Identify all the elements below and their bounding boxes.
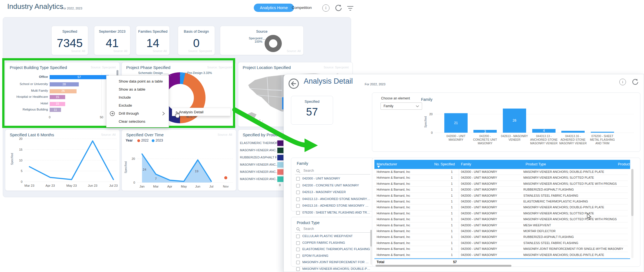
detail-table-card: ManufacturerNo. SpecifiedFamilyProduct T… xyxy=(372,158,640,267)
table-row[interactable]: Hohmann & Barnard, Inc1042000 - UNIT MAS… xyxy=(374,181,628,187)
bar-category-label[interactable]: MASONRY-VENEER ANC... xyxy=(240,163,276,166)
menu-item-include[interactable]: Include xyxy=(107,93,169,101)
filter-icon[interactable] xyxy=(347,6,353,11)
filter-item[interactable]: 044313.16 - ADHERED STONE MASONRY VENEER xyxy=(296,203,371,209)
menu-item-clear-selections[interactable]: Clear selections xyxy=(107,117,169,125)
table-header-product[interactable]: Product xyxy=(618,160,630,169)
table-row[interactable]: Hohmann & Barnard, Inc1042000 - UNIT MAS… xyxy=(374,175,628,181)
svg-text:MASONRY VENEER: MASONRY VENEER xyxy=(559,142,587,145)
bar-category-label[interactable]: MASONRY-VENEER ANC... xyxy=(240,177,276,181)
checkbox[interactable] xyxy=(296,177,300,181)
family-bar-svg: 02021042000 - UNITMASONRY3042200 -CONCRE… xyxy=(372,93,641,152)
checkbox[interactable] xyxy=(296,241,300,245)
bar-category-label[interactable]: Multi Family xyxy=(8,89,48,92)
cell-manufacturer: Hohmann & Barnard, Inc xyxy=(377,217,410,221)
checkbox[interactable] xyxy=(296,267,300,271)
table-row[interactable]: Hohmann & Barnard, Inc1042000 - UNIT MAS… xyxy=(374,246,628,252)
table-row[interactable]: Hohmann & Barnard, Inc1042000 - UNIT MAS… xyxy=(374,169,628,175)
filter-item-label: ELASTOMERIC THERMOPLASTIC FLASHING xyxy=(302,247,370,251)
bar-category-label[interactable]: Hospital or Healthcare xyxy=(8,95,48,98)
cell-no-specified: 1 xyxy=(419,176,453,179)
bar-category-label[interactable]: Religious Building xyxy=(8,108,48,111)
checkbox[interactable] xyxy=(296,248,300,251)
bar-category-label[interactable]: Hotel xyxy=(8,102,48,105)
back-button[interactable] xyxy=(288,78,299,89)
cell-no-specified: 1 xyxy=(419,224,453,227)
menu-item-show-data-point-as-a-table[interactable]: Show data point as a table xyxy=(107,77,169,85)
menu-item-show-as-a-table[interactable]: Show as a table xyxy=(107,85,169,93)
table-header-family[interactable]: Family xyxy=(461,160,471,169)
menu-item-drill-through[interactable]: Drill through xyxy=(107,109,169,117)
bar-category-label[interactable]: RUBBERIZED-ASPHALT F... xyxy=(240,156,276,159)
sort-descending-icon[interactable] xyxy=(377,166,380,168)
filter-item-label: 042200 - CONCRETE UNIT MASONRY xyxy=(302,184,370,187)
bar-category-label[interactable]: MASONRY-VENEER ANC... xyxy=(240,148,276,152)
checkbox[interactable] xyxy=(296,197,300,201)
x-axis-tick: 0 xyxy=(47,116,52,119)
vertical-scrollbar-thumb[interactable] xyxy=(631,169,633,216)
kpi-card-source: Source Specpoint 100% Source: All xyxy=(220,26,304,55)
info-icon[interactable]: i xyxy=(322,4,329,12)
nav-analytics-home-button[interactable]: Analytics Home xyxy=(254,4,294,12)
checkbox[interactable] xyxy=(296,204,300,208)
table-header-product-type[interactable]: Product Type xyxy=(526,160,546,169)
checkbox[interactable] xyxy=(296,254,300,258)
filter-item[interactable]: 076200 - SHEET METAL FLASHING AND TRIM xyxy=(296,210,371,216)
svg-text:20: 20 xyxy=(429,112,433,116)
product-type-search-input[interactable] xyxy=(303,227,345,231)
table-row[interactable]: Hohmann & Barnard, Inc1042000 - UNIT MAS… xyxy=(374,187,628,193)
detail-kpi-card: Specified 57 xyxy=(291,96,333,125)
bar[interactable] xyxy=(277,162,284,168)
checkbox[interactable] xyxy=(296,191,300,194)
filter-item[interactable]: 044313.13 - ANCHORED STONE MASONRY VENEE… xyxy=(296,197,371,203)
checkbox[interactable] xyxy=(296,211,300,215)
bar[interactable] xyxy=(277,155,284,160)
cell-family: 042000 - UNIT MASONRY xyxy=(461,194,497,197)
bar[interactable] xyxy=(277,176,284,182)
svg-text:ADHERED STONE: ADHERED STONE xyxy=(561,138,585,141)
checkbox[interactable] xyxy=(296,184,300,188)
filter-item[interactable]: ELASTOMERIC THERMOPLASTIC FLASHING xyxy=(296,247,371,253)
cell-family: 042000 - UNIT MASONRY xyxy=(461,176,497,179)
svg-text:Jul: Jul xyxy=(209,185,214,188)
filter-item-label: CELLULAR PLASTIC WEEP/VENT xyxy=(302,234,370,238)
bar-category-label[interactable]: ELASTOMERIC THERMOP... xyxy=(240,141,276,145)
filter-item[interactable]: 042000 - UNIT MASONRY xyxy=(296,176,371,182)
filter-item[interactable]: CELLULAR PLASTIC WEEP/VENT xyxy=(296,234,371,240)
checkbox[interactable] xyxy=(296,235,300,238)
bar-category-label[interactable]: Office xyxy=(8,75,48,78)
table-row[interactable]: Hohmann & Barnard, Inc1042000 - UNIT MAS… xyxy=(374,228,628,234)
filter-item[interactable]: MASONRY-VENEER ANCHORS; DOUBLE-PINTLE PL… xyxy=(296,266,371,272)
family-bar[interactable] xyxy=(561,131,585,133)
context-submenu-analysis-detail[interactable]: Analysis Detail xyxy=(172,108,231,116)
table-header-no-specified[interactable]: No. Specified xyxy=(422,160,455,169)
bar[interactable] xyxy=(277,148,284,153)
cell-family: 042000 - UNIT MASONRY xyxy=(461,235,497,238)
bar-category-label[interactable]: School or University xyxy=(8,82,48,86)
table-row[interactable]: Hohmann & Barnard, Inc1042000 - UNIT MAS… xyxy=(374,204,628,210)
filter-item[interactable]: EPDM FLASHING xyxy=(296,253,371,260)
nav-competition-button[interactable]: Competition xyxy=(292,6,312,10)
table-row[interactable]: Hohmann & Barnard, Inc1042000 - UNIT MAS… xyxy=(374,193,628,199)
filter-item[interactable]: COPPER FABRIC FLASHING xyxy=(296,240,371,247)
filter-item[interactable]: MASONRY-JOINT REINFORCEMENT FOR SINGLE-W… xyxy=(296,260,371,266)
horizontal-scrollbar-thumb[interactable] xyxy=(376,265,511,267)
table-row[interactable]: Hohmann & Barnard, Inc1042000 - UNIT MAS… xyxy=(374,240,628,246)
table-row[interactable]: Hohmann & Barnard, Inc1042000 - UNIT MAS… xyxy=(374,199,628,204)
refresh-icon[interactable] xyxy=(334,4,342,12)
filter-item[interactable]: 042613 - MASONRY VENEER xyxy=(296,190,371,196)
table-row[interactable]: Hohmann & Barnard, Inc1042000 - UNIT MAS… xyxy=(374,222,628,228)
family-search-input[interactable] xyxy=(303,169,345,173)
filter-item[interactable]: 042200 - CONCRETE UNIT MASONRY xyxy=(296,183,371,189)
bar-category-label[interactable]: MASONRY-VENEER ANC... xyxy=(240,170,276,173)
bar[interactable] xyxy=(277,169,284,175)
bar[interactable] xyxy=(277,140,284,146)
family-bar[interactable] xyxy=(591,132,614,133)
checkbox[interactable] xyxy=(296,261,300,264)
info-icon[interactable]: i xyxy=(619,79,626,85)
table-row[interactable]: Hohmann & Barnard, Inc1042000 - UNIT MAS… xyxy=(374,252,628,258)
menu-item-exclude[interactable]: Exclude xyxy=(107,101,169,109)
table-row[interactable]: Hohmann & Barnard, Inc1042000 - UNIT MAS… xyxy=(374,234,628,240)
refresh-icon[interactable] xyxy=(632,78,639,86)
chart-title: Project Building Type Specified xyxy=(10,65,67,70)
